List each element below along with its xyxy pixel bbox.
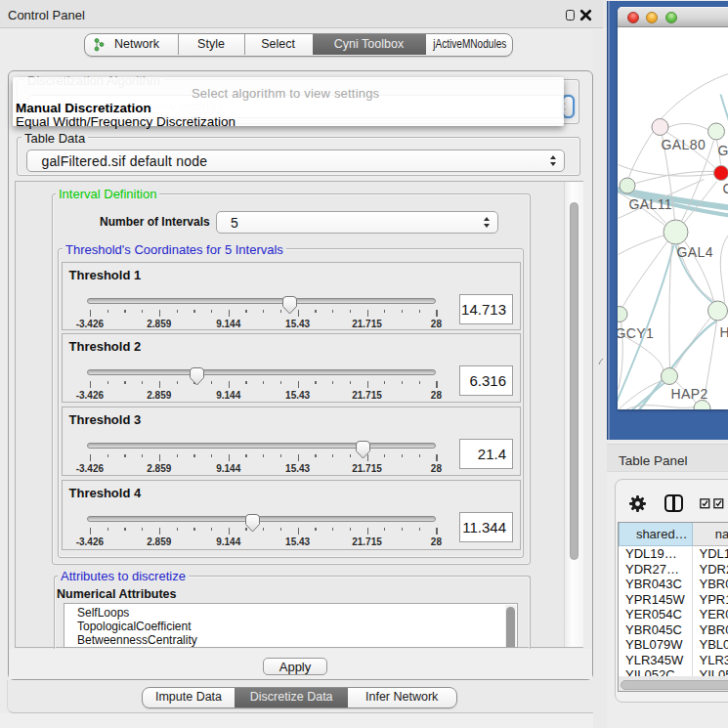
svg-text:GAL4: GAL4 — [676, 244, 712, 260]
svg-text:HIS: HIS — [719, 323, 728, 339]
svg-text:CY: CY — [722, 180, 728, 195]
svg-text:GCY1: GCY1 — [618, 325, 654, 341]
svg-text:GAL11: GAL11 — [628, 195, 672, 211]
svg-text:GAL2: GAL2 — [717, 142, 728, 157]
svg-text:GAL80: GAL80 — [661, 136, 706, 151]
svg-text:HAP2: HAP2 — [670, 386, 707, 402]
